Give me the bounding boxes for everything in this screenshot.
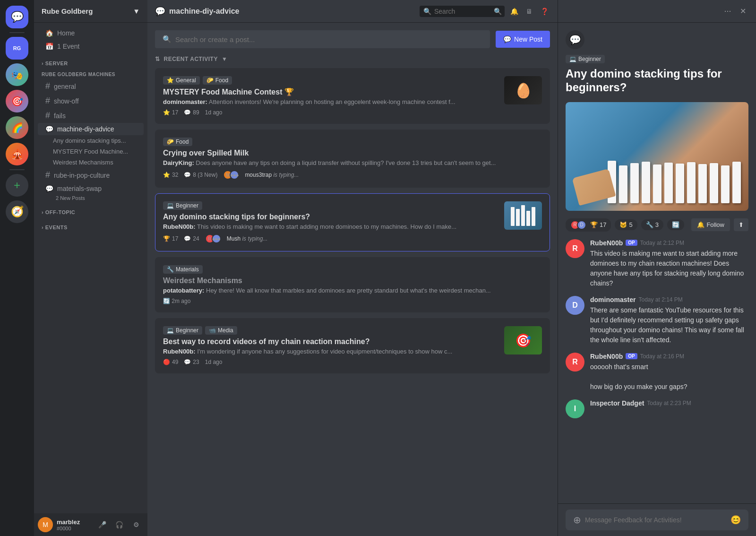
channel-general[interactable]: # general: [38, 79, 144, 94]
comment-header-3: RubeN00b OP Today at 2:16 PM: [590, 353, 748, 360]
detail-icon: 💬: [566, 30, 584, 49]
post-time: 1d ago: [205, 359, 223, 365]
post-content: 💻Beginner Any domino stacking tips for b…: [163, 201, 498, 243]
comment-avatar-3: R: [566, 353, 584, 372]
server-icon-3[interactable]: 🌈: [6, 116, 28, 139]
comment-time-1: Today at 2:12 PM: [640, 240, 684, 246]
server-icon-1[interactable]: 🎭: [6, 63, 28, 86]
post-tag-materials: 🔧Materials: [163, 265, 203, 274]
icon-rail-separator: [9, 32, 25, 33]
server-icon-discord[interactable]: 💬: [6, 6, 28, 28]
domino-tile: [619, 165, 627, 203]
reaction-wrench[interactable]: 🔧 3: [641, 219, 663, 230]
search-icon: 🔍: [163, 35, 172, 43]
post-comments: 💬 23: [184, 359, 199, 365]
post-card-record-videos[interactable]: 💻Beginner 📹Media Best way to record vide…: [155, 318, 550, 373]
thread-weirdest-mechanisms[interactable]: Weirdest Mechanisms: [38, 157, 144, 168]
detail-badge: 💻 Beginner: [566, 55, 748, 63]
headset-button[interactable]: 🎧: [112, 517, 127, 532]
search-input[interactable]: [434, 8, 491, 15]
server-icon-rube[interactable]: RG: [6, 37, 28, 60]
forum-search-bar[interactable]: 🔍: [155, 30, 490, 48]
new-post-button[interactable]: 💬 New Post: [496, 31, 550, 48]
bell-button[interactable]: 🔔: [508, 6, 520, 17]
post-card-spilled-milk[interactable]: 🌮Food Crying over Spilled Milk DairyKing…: [155, 130, 550, 188]
comment-author-2: dominomaster: [590, 296, 636, 303]
channel-machine-diy-advice[interactable]: 💬 machine-diy-advice: [38, 123, 144, 135]
sidebar-item-events[interactable]: 📅 1 Event: [38, 40, 144, 53]
domino-tile: [698, 164, 707, 203]
post-content: 🔧Materials Weirdest Mechanisms potatobat…: [163, 265, 542, 304]
channel-rube-in-pop-culture[interactable]: # rube-in-pop-culture: [38, 168, 144, 182]
header-search-bar[interactable]: 🔍 🔍: [420, 6, 505, 17]
post-card-weirdest-mechanisms[interactable]: 🔧Materials Weirdest Mechanisms potatobat…: [155, 257, 550, 312]
sort-icon: ⇅: [155, 56, 160, 62]
message-input-container: ⊕ 😊: [566, 510, 748, 530]
events-section-label[interactable]: EVENTS: [34, 217, 147, 232]
right-panel-header: ··· ✕: [558, 0, 756, 23]
comment-text-3: oooooh that's smarthow big do you make y…: [590, 362, 748, 392]
rube-section-label[interactable]: RUBE GOLDBERG MACHINES: [34, 68, 147, 79]
channel-fails[interactable]: # fails: [38, 108, 144, 123]
message-input-field[interactable]: [585, 516, 727, 524]
emoji-button[interactable]: 😊: [730, 515, 741, 525]
user-tag: #0000: [57, 526, 91, 531]
post-tags: 🌮Food: [163, 138, 542, 146]
user-avatar: M: [38, 517, 53, 532]
comment-1: R RubeN00b OP Today at 2:12 PM This vide…: [566, 239, 748, 288]
post-meta: ⭐ 17 💬 89 1d ago: [163, 109, 498, 116]
post-tags: 💻Beginner 📹Media: [163, 326, 498, 335]
post-tag-beginner: 💻Beginner: [163, 326, 202, 335]
domino-tile: [710, 163, 718, 203]
channel-label: materials-swap: [57, 185, 102, 192]
post-tag-general: ⭐General: [163, 76, 200, 85]
forum-search-input[interactable]: [175, 35, 482, 43]
add-server-button[interactable]: +: [6, 174, 28, 197]
post-thumbnail: 🥚: [504, 76, 542, 104]
follow-label: Follow: [706, 221, 724, 228]
reaction-cat[interactable]: 🐱 5: [615, 219, 637, 230]
domino-tile: [687, 162, 696, 203]
close-button[interactable]: ✕: [737, 6, 748, 17]
post-stars: ⭐ 32: [163, 172, 178, 178]
bell-icon: 🔔: [697, 221, 704, 228]
search-icon: 🔍: [423, 8, 431, 15]
thread-mystery-food[interactable]: MYSTERY Food Machine...: [38, 146, 144, 157]
thread-domino-tips[interactable]: Any domino stacking tips...: [38, 135, 144, 146]
post-card-mystery-food[interactable]: ⭐General 🌮Food MYSTERY Food Machine Cont…: [155, 68, 550, 124]
post-comments: 💬 24: [184, 235, 199, 242]
server-header[interactable]: Rube Goldberg ▼: [34, 0, 147, 23]
discover-button[interactable]: 🧭: [6, 200, 28, 223]
post-tags: ⭐General 🌮Food: [163, 76, 498, 85]
post-card-domino-tips[interactable]: 💻Beginner Any domino stacking tips for b…: [155, 193, 550, 251]
help-button[interactable]: ❓: [539, 6, 550, 17]
settings-button[interactable]: ⚙: [129, 517, 144, 532]
comment-author-3: RubeN00b: [590, 353, 623, 360]
right-panel: ··· ✕ 💬 💻 Beginner Any domino stacking t…: [558, 0, 756, 536]
channel-header-icon: 💬: [155, 6, 165, 17]
offtopic-section-label[interactable]: OFF-TOPIC: [34, 202, 147, 217]
server-icon-2[interactable]: 🎯: [6, 90, 28, 112]
post-stars: ⭐ 17: [163, 109, 178, 116]
events-label: 1 Event: [57, 43, 79, 50]
share-button[interactable]: ⬆: [734, 218, 748, 231]
follow-button[interactable]: 🔔 Follow: [691, 218, 730, 231]
channel-materials-swap[interactable]: 💬 materials-swap 2 New Posts: [38, 182, 144, 202]
main-content: 💬 machine-diy-advice 🔍 🔍 🔔 🖥 ❓ 🔍 💬 New P…: [147, 0, 558, 536]
server-icon-4[interactable]: 🎪: [6, 143, 28, 165]
activity-header: ⇅ RECENT ACTIVITY ▼: [155, 56, 550, 62]
inbox-button[interactable]: 🖥: [524, 6, 535, 17]
mic-button[interactable]: 🎤: [94, 517, 110, 532]
post-content: 🌮Food Crying over Spilled Milk DairyKing…: [163, 138, 542, 180]
comment-text-1: This video is making me want to start ad…: [590, 249, 748, 288]
sidebar-item-home[interactable]: 🏠 Home: [38, 26, 144, 40]
more-options-button[interactable]: ···: [722, 6, 733, 17]
post-meta: 🏆 17 💬 24 R ●●● Mush is typing...: [163, 234, 498, 243]
forum-body: 🔍 💬 New Post ⇅ RECENT ACTIVITY ▼ ⭐Genera…: [147, 23, 558, 536]
plus-circle-icon[interactable]: ⊕: [573, 514, 581, 526]
reaction-trophy[interactable]: R D 🏆 17: [566, 218, 611, 232]
reaction-recycle[interactable]: 🔄: [667, 219, 684, 230]
domino-tile: [721, 165, 730, 203]
server-section-label[interactable]: SERVER: [34, 53, 147, 68]
channel-show-off[interactable]: # show-off: [38, 94, 144, 108]
